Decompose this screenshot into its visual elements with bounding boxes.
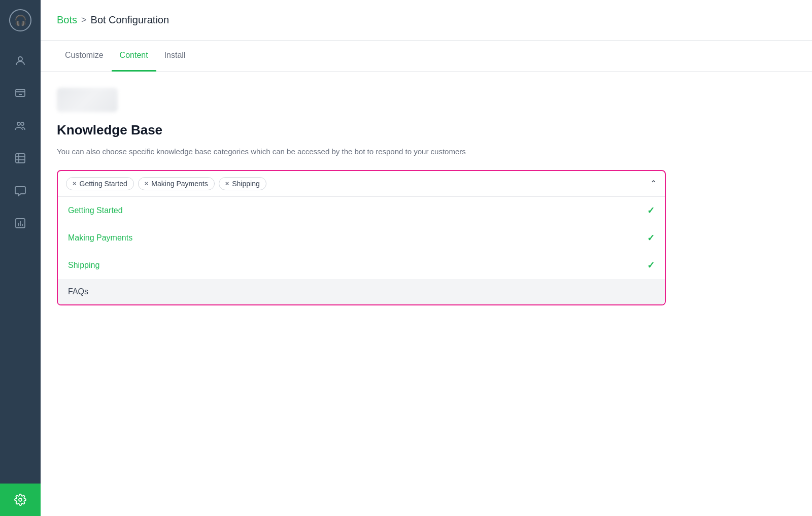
option-getting-started-label: Getting Started [68,206,123,215]
page-body: Knowledge Base You can also choose speci… [41,72,812,322]
tabs: Customize Content Install [41,41,812,72]
option-making-payments-label: Making Payments [68,233,132,243]
option-shipping-label: Shipping [68,261,99,270]
content-area: Customize Content Install Knowledge Base… [41,41,812,516]
svg-rect-4 [16,154,25,163]
main: Bots > Bot Configuration Customize Conte… [41,0,812,516]
svg-rect-1 [16,89,25,96]
tab-content[interactable]: Content [112,41,156,72]
sidebar-item-team[interactable] [0,110,41,142]
breadcrumb: Bots > Bot Configuration [57,14,169,26]
dropdown-box: × Getting Started × Making Payments × Sh… [57,170,666,305]
option-getting-started-check: ✓ [647,205,655,216]
sidebar-item-contacts[interactable] [0,45,41,77]
tag-shipping-remove[interactable]: × [225,180,229,187]
header: Bots > Bot Configuration [41,0,812,41]
tag-making-payments-label: Making Payments [151,180,208,188]
svg-point-12 [19,498,22,501]
logo-icon: 🎧 [9,9,31,31]
option-faqs-label: FAQs [68,287,88,296]
sidebar-logo: 🎧 [0,0,41,41]
option-making-payments[interactable]: Making Payments ✓ [58,224,665,252]
option-making-payments-check: ✓ [647,232,655,244]
tab-install[interactable]: Install [156,41,194,72]
sidebar-nav [0,41,41,484]
sidebar-item-settings[interactable] [0,484,41,516]
tag-making-payments-remove[interactable]: × [145,180,149,187]
tag-making-payments[interactable]: × Making Payments [138,177,215,190]
tag-getting-started-remove[interactable]: × [73,180,77,187]
option-shipping[interactable]: Shipping ✓ [58,252,665,279]
tab-customize[interactable]: Customize [57,41,112,72]
chevron-up-icon[interactable]: ⌃ [650,179,657,188]
option-getting-started[interactable]: Getting Started ✓ [58,197,665,224]
svg-point-2 [17,122,20,125]
sidebar: 🎧 [0,0,41,516]
kb-title: Knowledge Base [57,122,796,138]
tags-row: × Getting Started × Making Payments × Sh… [58,171,665,197]
dropdown-options: Getting Started ✓ Making Payments ✓ Ship… [58,197,665,304]
sidebar-item-inbox[interactable] [0,77,41,110]
svg-point-0 [18,57,22,61]
kb-description: You can also choose specific knowledge b… [57,146,514,158]
option-faqs[interactable]: FAQs [58,279,665,304]
tag-getting-started-label: Getting Started [80,180,127,188]
tag-getting-started[interactable]: × Getting Started [66,177,134,190]
breadcrumb-separator: > [81,15,87,25]
kb-header-image [57,88,118,112]
sidebar-item-conversations[interactable] [0,175,41,207]
option-shipping-check: ✓ [647,260,655,271]
breadcrumb-current: Bot Configuration [91,14,170,26]
svg-point-3 [21,122,24,125]
sidebar-item-knowledge[interactable] [0,142,41,175]
breadcrumb-bots-link[interactable]: Bots [57,14,77,26]
tag-shipping-label: Shipping [232,180,260,188]
tag-shipping[interactable]: × Shipping [219,177,266,190]
sidebar-item-reports[interactable] [0,207,41,239]
